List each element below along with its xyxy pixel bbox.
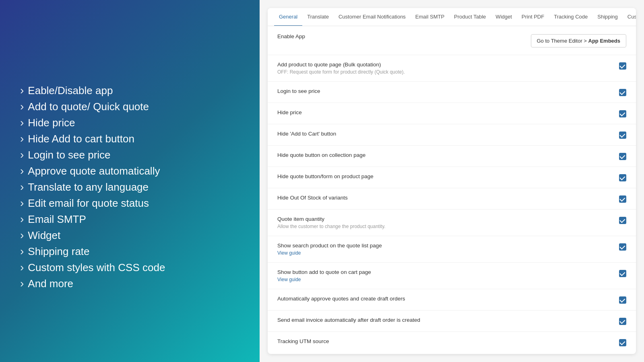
setting-label: Tracking UTM source [277,338,610,344]
setting-control-col [610,243,626,251]
feature-item: And more [20,277,239,290]
setting-control-col [610,269,626,277]
setting-row-1: Add product to quote page (Bulk quotatio… [268,55,636,82]
setting-row-4: Hide 'Add to Cart' button [268,124,636,146]
feature-item: Hide price [20,116,239,129]
setting-control-col [610,131,626,139]
feature-item: Custom styles with CSS code [20,261,239,274]
setting-label: Show search product on the quote list pa… [277,243,610,249]
feature-list: Eable/Disable appAdd to quote/ Quick quo… [20,84,239,290]
feature-item: Edit email for quote status [20,197,239,210]
settings-content: Enable AppGo to Theme Editor > App Embed… [268,26,636,353]
setting-note: OFF: Request quote form for product dire… [277,69,610,75]
setting-label-col: Show button add to quote on cart pageVie… [277,269,610,282]
setting-label-col: Login to see price [277,88,610,94]
setting-row-6: Hide quote button/form on product page [268,167,636,188]
setting-label: Login to see price [277,88,610,94]
tab-widget[interactable]: Widget [491,8,516,26]
setting-row-9: Show search product on the quote list pa… [268,236,636,263]
tab-email-smtp[interactable]: Email SMTP [411,8,449,26]
checkbox-checked[interactable] [619,339,626,346]
setting-row-10: Show button add to quote on cart pageVie… [268,263,636,289]
setting-control-col [610,109,626,117]
setting-control-col [610,152,626,160]
checkbox-checked[interactable] [619,89,626,96]
setting-row-2: Login to see price [268,82,636,103]
setting-link[interactable]: View guide [277,277,610,282]
tab-general[interactable]: General [274,8,302,26]
setting-control-col [610,88,626,96]
setting-control-col [610,173,626,181]
settings-card: GeneralTranslateCustomer Email Notificat… [268,8,636,354]
tab-print-pdf[interactable]: Print PDF [517,8,549,26]
setting-row-11: Automatically approve quotes and create … [268,289,636,311]
setting-row-5: Hide quote button on collection page [268,146,636,167]
setting-row-7: Hide Out Of Stock of variants [268,188,636,210]
setting-label-col: Show search product on the quote list pa… [277,243,610,256]
feature-item: Shipping rate [20,245,239,258]
setting-label: Hide 'Add to Cart' button [277,131,610,137]
left-panel: Eable/Disable appAdd to quote/ Quick quo… [0,0,260,362]
tabs-bar: GeneralTranslateCustomer Email Notificat… [268,8,636,26]
setting-control-col [610,62,626,70]
checkbox-checked[interactable] [619,110,626,117]
tab-translate[interactable]: Translate [302,8,334,26]
setting-label-col: Send email invoice automatically after d… [277,317,610,323]
setting-control-col [610,317,626,325]
right-panel: GeneralTranslateCustomer Email Notificat… [260,0,644,362]
feature-item: Hide Add to cart button [20,132,239,145]
checkbox-checked[interactable] [619,174,626,181]
setting-label-col: Hide Out Of Stock of variants [277,195,610,201]
feature-item: Approve quote automatically [20,165,239,177]
setting-control-col [610,216,626,224]
checkbox-checked[interactable] [619,243,626,251]
setting-label: Hide Out Of Stock of variants [277,195,610,201]
setting-row-0: Enable AppGo to Theme Editor > App Embed… [268,26,636,55]
feature-item: Eable/Disable app [20,84,239,97]
setting-label: Automatically approve quotes and create … [277,296,610,302]
setting-label: Hide quote button on collection page [277,152,610,158]
tab-custom-styles[interactable]: Custom Styles [623,8,636,26]
setting-label-col: Hide 'Add to Cart' button [277,131,610,137]
feature-item: Add to quote/ Quick quote [20,100,239,113]
setting-label-col: Quote item quantityAllow the customer to… [277,216,610,229]
setting-label-col: Automatically approve quotes and create … [277,296,610,302]
setting-link[interactable]: View guide [277,250,610,256]
setting-control-col [610,338,626,346]
checkbox-checked[interactable] [619,195,626,203]
setting-label: Send email invoice automatically after d… [277,317,610,323]
feature-item: Login to see price [20,148,239,161]
setting-control-col [610,296,626,304]
checkbox-checked[interactable] [619,296,626,304]
checkbox-checked[interactable] [619,132,626,139]
setting-label: Show button add to quote on cart page [277,269,610,275]
checkbox-checked[interactable] [619,153,626,160]
tab-customer-email-notifications[interactable]: Customer Email Notifications [334,8,411,26]
setting-label-col: Hide quote button/form on product page [277,173,610,179]
tab-shipping[interactable]: Shipping [592,8,623,26]
setting-label: Enable App [277,33,531,39]
setting-label-col: Add product to quote page (Bulk quotatio… [277,62,610,75]
setting-label-col: Hide price [277,109,610,115]
feature-item: Translate to any language [20,181,239,193]
setting-row-12: Send email invoice automatically after d… [268,311,636,332]
checkbox-checked[interactable] [619,62,626,70]
setting-label-col: Hide quote button on collection page [277,152,610,158]
tab-product-table[interactable]: Product Table [449,8,491,26]
feature-item: Email SMTP [20,213,239,226]
setting-control-col [610,195,626,203]
setting-note: Allow the customer to change the product… [277,224,610,229]
setting-row-3: Hide price [268,103,636,124]
checkbox-checked[interactable] [619,270,626,277]
setting-control-col: Go to Theme Editor > App Embeds [531,33,627,47]
setting-label: Hide price [277,109,610,115]
setting-label: Add product to quote page (Bulk quotatio… [277,62,610,68]
theme-editor-button[interactable]: Go to Theme Editor > App Embeds [531,34,627,47]
checkbox-checked[interactable] [619,217,626,224]
setting-row-8: Quote item quantityAllow the customer to… [268,210,636,236]
checkbox-checked[interactable] [619,318,626,325]
setting-label-col: Tracking UTM source [277,338,610,344]
tab-tracking-code[interactable]: Tracking Code [549,8,592,26]
setting-label-col: Enable App [277,33,531,39]
setting-label: Hide quote button/form on product page [277,173,610,179]
